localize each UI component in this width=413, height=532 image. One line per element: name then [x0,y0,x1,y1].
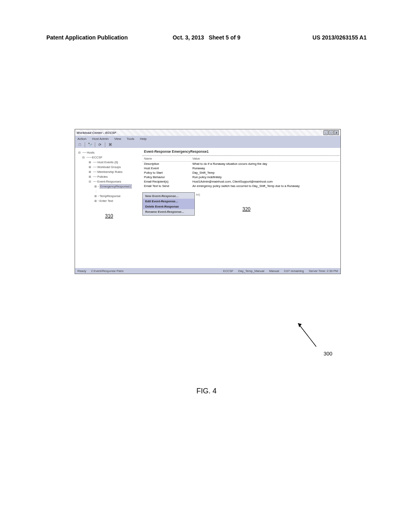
status-pairs: 2 Event/Response Pairs [91,269,123,273]
figure-ref-310: 310 [78,213,140,219]
expand-icon[interactable]: ⊞ [89,170,92,175]
wizard-icon[interactable]: ⌘ [108,142,113,147]
detail-header: Event-Response EmergencyResponse1 [142,149,340,156]
tree-policies[interactable]: ⊞ ······ Policies [78,175,140,179]
status-bar: Ready 2 Event/Response Pairs ECCSF Day_T… [75,268,340,274]
status-mode: Manual [269,269,279,273]
context-delete-event-response[interactable]: Delete Event-Response [143,204,194,209]
expand-icon[interactable]: ⊞ [89,175,92,179]
context-rename-event-response[interactable]: Rename Event-Response... [143,209,194,214]
expand-icon[interactable]: ⊞ [89,160,92,165]
table-row[interactable]: Email Recipient(s)Host1Admin@mainhost.co… [142,179,340,184]
status-policy: Day_Temp_Manual [238,269,265,273]
expand-icon[interactable]: ⊟ [82,155,86,160]
tree-workload-groups[interactable]: ⊞ ······ Workload Groups [78,165,140,170]
partial-text: so) [196,193,200,196]
toolbar-separator [95,142,95,147]
tree-pane: ⊟ ······ Hosts ⊟ ·········ECCSF ⊞ ······… [75,148,142,268]
menu-host-admin[interactable]: Host Admin [92,137,108,141]
expand-icon[interactable]: ⊞ [94,184,98,189]
context-menu: New Event-Response... Edit Event-Respons… [142,192,195,216]
refresh-icon[interactable]: ⟳ [98,142,102,147]
menu-bar: Action Host Admin View Tools Help [75,136,340,141]
tree-membership-rules[interactable]: ⊞ ······ Membership Rules [78,170,140,175]
close-button[interactable]: X [334,130,339,135]
context-edit-event-response[interactable]: Edit Event-Response... [143,199,194,204]
tree-temp-response[interactable]: ⊞·· TempResponse [78,194,140,199]
column-name-header: Name [142,156,191,162]
expand-icon[interactable]: ⊟ [89,179,92,184]
svg-line-0 [298,323,316,347]
table-row[interactable]: Host EventRunaway [142,166,340,170]
menu-help[interactable]: Help [140,137,146,141]
minimize-button[interactable]: - [323,130,328,135]
toolbar: □ 🔭 ⟳ ⌘ [75,141,340,148]
table-row[interactable]: Policy to StartDay_Shift_Temp [142,170,340,175]
column-value-header: Value [191,156,340,162]
svg-marker-1 [298,323,302,327]
tree-root-hosts[interactable]: ⊟ ······ Hosts [78,150,140,155]
status-ready: Ready [77,269,86,273]
publication-type: Patent Application Publication [46,34,128,41]
context-new-event-response[interactable]: New Event-Response... [143,193,194,199]
menu-view[interactable]: View [114,137,121,141]
arrow-icon [292,318,324,351]
table-row[interactable]: DescriptionWhat to do if a Runaway situa… [142,162,340,166]
app-window: Workload Center - ECCSF - □ X Action Hos… [75,129,341,274]
expand-icon[interactable]: ⊞ [94,199,98,204]
detail-pane: Event-Response EmergencyResponse1 Name V… [142,148,340,268]
tree-event-responses[interactable]: ⊟ ······ Event-Responses [78,179,140,184]
expand-icon[interactable]: ⊞ [89,165,92,170]
title-bar: Workload Center - ECCSF - □ X [75,129,340,136]
expand-icon[interactable]: ⊟ [78,150,81,155]
publication-date-sheet: Oct. 3, 2013 Sheet 5 of 9 [173,34,240,41]
tree-enter-text[interactable]: ⊞·· Enter Text [78,199,140,204]
table-row[interactable]: Policy BehaviorRun policy indefinitely [142,175,340,179]
toolbar-separator [105,142,105,147]
tree-host-events[interactable]: ⊞ ······ Host Events (0) [78,160,140,165]
table-row[interactable]: Email Text to SendAn emergency policy sw… [142,184,340,188]
binoculars-icon[interactable]: 🔭 [88,142,92,147]
new-icon[interactable]: □ [77,142,82,147]
expand-icon[interactable]: ⊞ [94,194,98,199]
publication-number: US 2013/0263155 A1 [313,34,367,41]
figure-ref-300: 300 [323,351,332,357]
pub-date: Oct. 3, 2013 [173,34,204,41]
status-host: ECCSF [223,269,233,273]
maximize-button[interactable]: □ [329,130,334,135]
status-server-time: Server Time: 2:30 PM [309,269,338,273]
toolbar-separator [85,142,85,147]
pub-sheet: Sheet 5 of 9 [209,34,240,41]
figure-ref-320: 320 [242,206,250,212]
tree-host-eccsf[interactable]: ⊟ ·········ECCSF [78,155,140,160]
window-title: Workload Center - ECCSF [77,131,116,135]
tree-emergency-response1[interactable]: ⊞·· EmergencyResponse1 [78,184,140,189]
detail-table: Name Value DescriptionWhat to do if a Ru… [142,156,340,188]
menu-tools[interactable]: Tools [127,137,134,141]
menu-action[interactable]: Action [77,137,86,141]
figure-label: FIG. 4 [196,387,217,395]
status-remaining: 3:07 remaining [284,269,304,273]
